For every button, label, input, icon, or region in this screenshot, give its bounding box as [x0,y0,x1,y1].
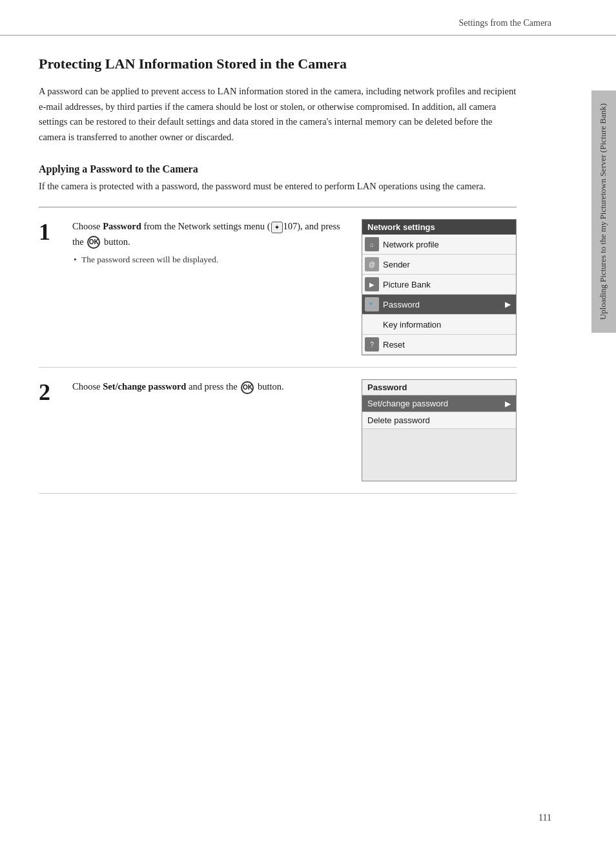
house-icon: ⌂ [365,237,379,251]
network-settings-title: Network settings [362,220,516,235]
sender-item: @ Sender [362,255,516,275]
delete-password-label: Delete password [367,415,430,425]
sidebar-tab-text: Uploading Pictures to the my Picturetown… [598,103,608,320]
password-item: 🔧 Password ▶ [362,295,516,315]
network-settings-ui: Network settings ⌂ Network profile @ Sen… [362,219,517,355]
step-2-number: 2 [39,379,62,404]
step-1-body: Choose Password from the Network setting… [72,219,351,264]
intro-text: A password can be applied to prevent acc… [39,84,517,146]
delete-password-item: Delete password [362,412,516,429]
sender-label: Sender [383,260,410,269]
password-ui-title: Password [362,380,516,395]
step-1-note: The password screen will be displayed. [72,255,351,265]
network-profile-item: ⌂ Network profile [362,235,516,255]
key-info-label: Key information [383,320,441,330]
step-2-text: Choose Set/change password and press the… [72,379,351,394]
picture-bank-label: Picture Bank [383,280,431,289]
password-ui: Password Set/change password ▶ Delete pa… [362,379,517,481]
step-1-row: 1 Choose Password from the Network setti… [39,207,517,368]
steps-area: 1 Choose Password from the Network setti… [39,207,517,494]
password-label: Password [383,300,420,309]
password-arrow: ▶ [505,300,511,309]
picture-bank-item: ▶ Picture Bank [362,275,516,295]
sub-title: Applying a Password to the Camera [39,163,517,175]
play-icon: ▶ [365,277,379,291]
step-1-image: Network settings ⌂ Network profile @ Sen… [362,219,517,355]
reset-label: Reset [383,340,405,350]
question-icon: ? [365,337,379,351]
step-2-row: 2 Choose Set/change password and press t… [39,368,517,494]
sub-intro: If the camera is protected with a passwo… [39,179,517,194]
page-header: Settings from the Camera [0,0,616,36]
sender-icon: @ [365,257,379,271]
key-info-item: Key information [362,315,516,335]
header-title: Settings from the Camera [459,18,551,28]
blank-icon-1 [365,317,379,331]
step-2-image: Password Set/change password ▶ Delete pa… [362,379,517,481]
set-change-password-item: Set/change password ▶ [362,395,516,412]
page-title: Protecting LAN Information Stored in the… [39,55,517,74]
ref-icon-1: ✦ [271,222,283,233]
network-profile-label: Network profile [383,240,439,249]
main-content: Protecting LAN Information Stored in the… [0,55,555,519]
empty-space [362,429,516,481]
step-2-body: Choose Set/change password and press the… [72,379,351,399]
step-1-number: 1 [39,219,62,244]
set-change-password-label: Set/change password [367,399,448,408]
step-1-text: Choose Password from the Network setting… [72,219,351,249]
page-number: 111 [539,813,551,823]
sidebar-tab: Uploading Pictures to the my Picturetown… [591,90,616,333]
reset-item: ? Reset [362,335,516,355]
ok-circle-2: OK [241,381,254,394]
wrench-icon: 🔧 [365,297,379,311]
set-change-arrow: ▶ [505,399,511,408]
ok-circle-1: OK [87,236,100,249]
